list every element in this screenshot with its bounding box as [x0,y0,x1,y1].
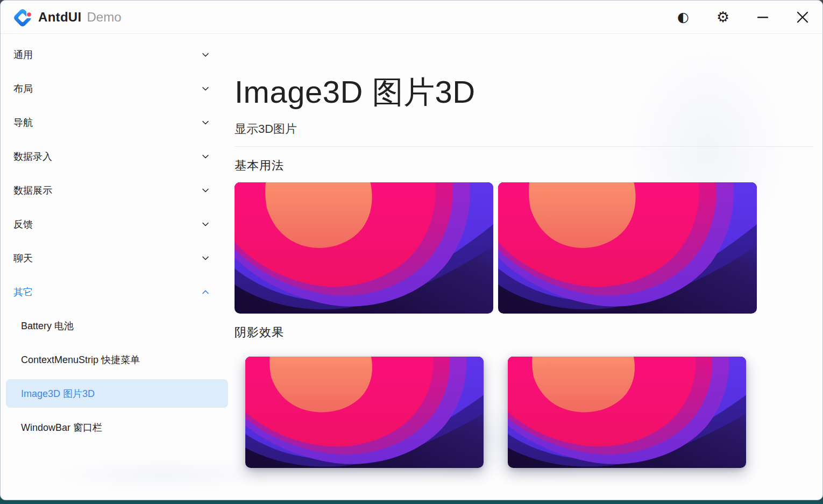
sidebar-group-data-entry[interactable]: 数据录入 [1,139,229,173]
chevron-down-icon [201,220,210,229]
sidebar-group-other[interactable]: 其它 [1,275,229,309]
theme-toggle-icon[interactable]: ◐ [675,9,691,25]
app-title-suffix: Demo [87,10,121,25]
chevron-down-icon [201,152,210,161]
minimize-button[interactable] [755,9,771,25]
image3d-preview-shadow[interactable] [508,357,746,468]
sidebar-group-layout[interactable]: 布局 [1,72,229,105]
chevron-down-icon [201,254,210,262]
divider [235,146,814,147]
sidebar-item-contextmenustrip[interactable]: ContextMenuStrip 快捷菜单 [1,343,229,377]
section-heading-shadow: 阴影效果 [235,324,814,340]
app-logo-icon [12,6,34,28]
section-heading-basic: 基本用法 [235,158,814,174]
sidebar-item-image3d[interactable]: Image3D 图片3D [1,377,229,410]
titlebar: AntdUI Demo ◐ ⚙ [1,1,822,34]
sidebar-group-general[interactable]: 通用 [1,38,229,72]
chevron-down-icon [201,186,210,195]
page-subtitle: 显示3D图片 [235,121,814,137]
close-button[interactable] [794,9,811,25]
page-title: Image3D 图片3D [235,72,814,113]
main-content: Image3D 图片3D 显示3D图片 基本用法 阴影效果 [229,34,822,500]
sidebar: 通用 布局 导航 数据录入 数据展示 反馈 聊天 其它 [1,38,229,500]
sidebar-group-feedback[interactable]: 反馈 [1,207,229,241]
chevron-down-icon [201,51,210,59]
image3d-preview[interactable] [235,182,493,314]
window-controls: ◐ ⚙ [675,9,811,25]
shadow-image-row [235,357,814,468]
settings-gear-icon[interactable]: ⚙ [715,9,731,25]
chevron-down-icon [201,118,210,127]
minimize-icon [756,10,770,24]
sidebar-group-navigation[interactable]: 导航 [1,105,229,139]
basic-image-row [235,182,814,314]
image3d-preview[interactable] [498,182,757,314]
app-window: AntdUI Demo ◐ ⚙ 通用 布局 导航 [0,0,823,500]
app-title: AntdUI [38,10,81,25]
sidebar-item-windowbar[interactable]: WindowBar 窗口栏 [1,410,229,444]
close-icon [796,11,809,24]
sidebar-group-chat[interactable]: 聊天 [1,241,229,275]
sidebar-group-data-display[interactable]: 数据展示 [1,173,229,207]
sidebar-item-battery[interactable]: Battery 电池 [1,309,229,343]
image3d-preview-shadow[interactable] [245,357,484,468]
chevron-down-icon [201,84,210,93]
chevron-up-icon [201,288,210,296]
